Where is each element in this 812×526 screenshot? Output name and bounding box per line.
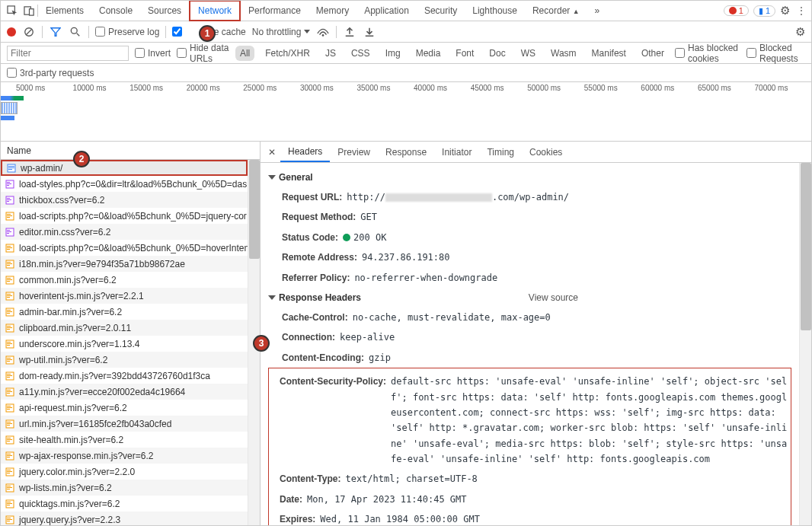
device-toggle-icon[interactable] xyxy=(21,2,37,19)
filter-all[interactable]: All xyxy=(235,46,254,61)
request-row[interactable]: dom-ready.min.js?ver=392bdd43726760d1f3c… xyxy=(1,368,248,384)
upload-icon[interactable] xyxy=(343,25,356,39)
request-name: wp-ajax-response.min.js?ver=6.2 xyxy=(19,451,153,461)
request-row[interactable]: api-request.min.js?ver=6.2 xyxy=(1,400,248,416)
response-headers-section[interactable]: Response Headers View source xyxy=(268,288,791,308)
request-row[interactable]: thickbox.css?ver=6.2 xyxy=(1,192,248,208)
svg-rect-31 xyxy=(7,249,10,250)
filter-font[interactable]: Font xyxy=(451,46,478,61)
filter-input[interactable] xyxy=(7,46,129,61)
scrollbar-thumb[interactable] xyxy=(801,163,811,330)
request-row[interactable]: common.min.js?ver=6.2 xyxy=(1,272,248,288)
divider xyxy=(88,26,89,38)
request-row[interactable]: wp-util.min.js?ver=6.2 xyxy=(1,352,248,368)
tab-console[interactable]: Console xyxy=(91,2,140,20)
svg-rect-41 xyxy=(7,294,11,295)
request-detail-panel: ✕ Headers Preview Response Initiator Tim… xyxy=(261,142,811,526)
request-row[interactable]: clipboard.min.js?ver=2.0.11 xyxy=(1,320,248,336)
request-row[interactable]: load-scripts.php?c=0&load%5Bchunk_0%5D=j… xyxy=(1,208,248,224)
hide-data-urls-checkbox[interactable]: Hide data URLs xyxy=(177,43,229,64)
tab-recorder[interactable]: Recorder ▲ xyxy=(525,2,587,20)
request-row[interactable]: underscore.min.js?ver=1.13.4 xyxy=(1,336,248,352)
blocked-cookies-checkbox[interactable]: Has blocked cookies xyxy=(675,43,740,64)
error-badge[interactable]: 1 xyxy=(724,5,749,16)
invert-checkbox[interactable]: Invert xyxy=(135,48,171,59)
filter-fetch[interactable]: Fetch/XHR xyxy=(261,46,315,61)
filter-wasm[interactable]: Wasm xyxy=(546,46,581,61)
throttling-select[interactable]: No throttling xyxy=(252,27,311,37)
js-file-icon xyxy=(5,371,14,381)
name-column-header[interactable]: Name xyxy=(1,142,260,160)
request-name: api-request.min.js?ver=6.2 xyxy=(19,403,127,413)
tab-lighthouse[interactable]: Lighthouse xyxy=(465,2,525,20)
settings-icon[interactable]: ⚙ xyxy=(780,4,790,18)
scrollbar-thumb[interactable] xyxy=(249,160,260,259)
request-row[interactable]: wp-lists.min.js?ver=6.2 xyxy=(1,480,248,496)
request-row[interactable]: editor.min.css?ver=6.2 xyxy=(1,224,248,240)
network-conditions-icon[interactable] xyxy=(316,25,330,39)
request-row[interactable]: site-health.min.js?ver=6.2 xyxy=(1,432,248,448)
request-row[interactable]: url.min.js?ver=16185fce2fb043a0cfed xyxy=(1,416,248,432)
timeline-overview[interactable]: 5000 ms10000 ms15000 ms20000 ms25000 ms3… xyxy=(1,82,811,142)
request-row[interactable]: jquery.color.min.js?ver=2.2.0 xyxy=(1,464,248,480)
filter-css[interactable]: CSS xyxy=(347,46,375,61)
svg-rect-95 xyxy=(7,505,10,505)
tab-network[interactable]: Network xyxy=(189,0,241,21)
tab-application[interactable]: Application xyxy=(356,2,417,20)
record-button[interactable] xyxy=(7,27,16,37)
blocked-requests-checkbox[interactable]: Blocked Requests xyxy=(746,43,805,64)
filter-other[interactable]: Other xyxy=(637,46,669,61)
tab-preview[interactable]: Preview xyxy=(330,143,378,161)
filter-icon[interactable] xyxy=(49,25,62,39)
svg-rect-19 xyxy=(7,201,9,202)
request-row[interactable]: jquery.query.js?ver=2.2.3 xyxy=(1,512,248,526)
search-icon[interactable] xyxy=(69,25,82,39)
request-row[interactable]: load-styles.php?c=0&dir=ltr&load%5Bchunk… xyxy=(1,176,248,192)
tab-response[interactable]: Response xyxy=(378,143,434,161)
view-source-link[interactable]: View source xyxy=(529,292,578,303)
download-icon[interactable] xyxy=(363,25,376,39)
filter-ws[interactable]: WS xyxy=(516,46,540,61)
filter-js[interactable]: JS xyxy=(321,46,340,61)
clear-icon[interactable] xyxy=(22,25,36,39)
filter-media[interactable]: Media xyxy=(411,46,446,61)
network-settings-icon[interactable]: ⚙ xyxy=(795,25,805,39)
tab-memory[interactable]: Memory xyxy=(308,2,356,20)
svg-rect-38 xyxy=(7,279,12,280)
tabs-overflow[interactable]: » xyxy=(587,2,608,20)
svg-rect-71 xyxy=(7,409,10,410)
request-row[interactable]: i18n.min.js?ver=9e794f35a71bb98672ae xyxy=(1,256,248,272)
tab-headers[interactable]: Headers xyxy=(280,142,330,162)
request-row[interactable]: hoverintent-js.min.js?ver=2.2.1 xyxy=(1,288,248,304)
message-badge[interactable]: ▮1 xyxy=(753,5,775,17)
third-party-checkbox[interactable]: 3rd-party requests xyxy=(7,68,94,78)
request-row[interactable]: load-scripts.php?c=0&load%5Bchunk_0%5D=h… xyxy=(1,240,248,256)
tab-initiator[interactable]: Initiator xyxy=(434,143,479,161)
request-row[interactable]: wp-ajax-response.min.js?ver=6.2 xyxy=(1,448,248,464)
request-row[interactable]: quicktags.min.js?ver=6.2 xyxy=(1,496,248,512)
more-icon[interactable]: ⋮ xyxy=(794,4,808,18)
divider xyxy=(336,26,337,38)
filter-manifest[interactable]: Manifest xyxy=(587,46,631,61)
filter-img[interactable]: Img xyxy=(381,46,405,61)
js-file-icon xyxy=(5,451,14,461)
divider xyxy=(42,26,43,38)
tab-cookies[interactable]: Cookies xyxy=(522,143,570,161)
inspect-icon[interactable] xyxy=(4,2,21,19)
request-row[interactable]: wp-admin/ xyxy=(1,160,248,176)
svg-rect-78 xyxy=(7,439,12,440)
request-row[interactable]: a11y.min.js?ver=ecce20f002eda4c19664 xyxy=(1,384,248,400)
request-row[interactable]: admin-bar.min.js?ver=6.2 xyxy=(1,304,248,320)
third-party-row: 3rd-party requests xyxy=(1,64,811,82)
scrollbar[interactable] xyxy=(799,163,811,526)
tab-timing[interactable]: Timing xyxy=(479,143,522,161)
svg-rect-2 xyxy=(29,8,34,14)
filter-doc[interactable]: Doc xyxy=(484,46,510,61)
general-section[interactable]: General xyxy=(268,167,791,187)
close-icon[interactable]: ✕ xyxy=(264,147,280,158)
tab-sources[interactable]: Sources xyxy=(140,2,189,20)
preserve-log-checkbox[interactable]: Preserve log xyxy=(95,27,159,37)
tab-security[interactable]: Security xyxy=(417,2,465,20)
tab-elements[interactable]: Elements xyxy=(38,2,91,20)
tab-performance[interactable]: Performance xyxy=(241,2,308,20)
